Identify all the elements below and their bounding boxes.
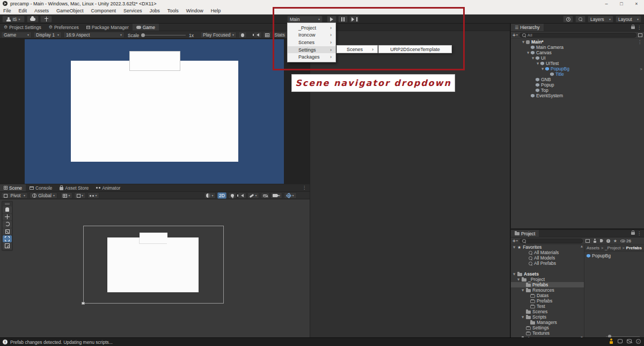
add-asset-button[interactable]: +▾: [513, 238, 518, 244]
gizmos-dropdown[interactable]: ▾: [284, 192, 297, 199]
kebab-menu-icon[interactable]: ⋮: [638, 40, 642, 45]
cache-server-disabled-icon[interactable]: [627, 339, 632, 343]
effects-dropdown[interactable]: ▾: [247, 192, 259, 199]
breadcrumb-prefabs[interactable]: Prefabs: [626, 246, 642, 250]
measure-dropdown[interactable]: ▾: [87, 192, 99, 199]
move-tool[interactable]: [3, 214, 12, 221]
scene-picker-dropdown[interactable]: Main ▾: [287, 16, 323, 23]
tab-preferences[interactable]: ⚙ Preferences: [45, 24, 83, 31]
vsync-button[interactable]: [263, 32, 272, 38]
tree-row[interactable]: ▼ Main* ⋮: [511, 39, 644, 45]
tab-console[interactable]: Console: [26, 184, 56, 191]
project-search-field[interactable]: [519, 239, 583, 243]
fold-arrow-icon[interactable]: ▼: [537, 62, 540, 65]
project-search-input[interactable]: [528, 239, 580, 243]
transform-tool[interactable]: [3, 243, 12, 250]
prefab-open-chevron[interactable]: >: [640, 67, 642, 71]
favorites-header[interactable]: ▼ ★ Favorites: [511, 244, 584, 250]
tree-row[interactable]: Popup: [511, 82, 644, 88]
menu-services[interactable]: Services: [123, 8, 142, 13]
tab-animator[interactable]: Animator: [92, 184, 124, 191]
submenu-item-urp2dscenetemplate[interactable]: URP2DSceneTemplate: [378, 45, 452, 53]
breadcrumb-project[interactable]: _Project: [605, 246, 620, 250]
menu-help[interactable]: Help: [211, 8, 221, 13]
display-dropdown[interactable]: Display 1▾: [33, 32, 62, 38]
canvas-corner-handle[interactable]: [82, 302, 85, 305]
kebab-menu-icon[interactable]: ⋮: [302, 185, 306, 190]
scale-slider[interactable]: [142, 35, 186, 35]
camera-settings-dropdown[interactable]: ▾: [270, 192, 282, 199]
2d-toggle-button[interactable]: 2D: [217, 192, 226, 199]
rotate-tool[interactable]: [3, 221, 12, 228]
fold-arrow-icon[interactable]: ▼: [522, 40, 526, 44]
tab-project-settings[interactable]: ⚙ Project Settings: [0, 24, 45, 31]
folder-row[interactable]: Managers: [511, 320, 584, 325]
menu-tools[interactable]: Tools: [167, 8, 179, 13]
activity-check-icon[interactable]: ✓: [636, 339, 641, 344]
folder-row[interactable]: ▼ Assets: [511, 271, 584, 277]
search-window-icon[interactable]: [586, 239, 590, 243]
add-object-button[interactable]: +▾: [513, 32, 518, 38]
game-target-dropdown[interactable]: Game▾: [1, 32, 32, 38]
collab-progress-icon[interactable]: [609, 338, 613, 344]
fold-arrow-icon[interactable]: ▼: [513, 272, 517, 276]
tab-hierarchy[interactable]: ☰ Hierarchy: [511, 24, 544, 31]
scroll-up-icon[interactable]: ▲: [581, 244, 583, 248]
hierarchy-search-field[interactable]: [519, 33, 636, 38]
pause-button[interactable]: [338, 16, 348, 23]
menu-gameobject[interactable]: GameObject: [56, 8, 84, 13]
hierarchy-search-input[interactable]: [528, 33, 634, 38]
lock-icon[interactable]: [631, 232, 635, 235]
menu-item-settings[interactable]: Settings ›: [288, 46, 335, 54]
tab-package-manager[interactable]: Package Manager: [83, 24, 133, 31]
play-focused-dropdown[interactable]: Play Focused▾: [200, 32, 237, 38]
asset-zoom-slider[interactable]: [606, 336, 640, 337]
orientation-dropdown[interactable]: Global ▾: [30, 192, 57, 199]
close-button[interactable]: ×: [629, 0, 644, 7]
grid-snap-dropdown[interactable]: ▾: [61, 192, 72, 199]
shading-mode-dropdown[interactable]: ▾: [204, 192, 216, 199]
menu-jobs[interactable]: Jobs: [150, 8, 160, 13]
tab-scene[interactable]: Scene: [0, 184, 26, 191]
tree-row-prefab[interactable]: ▼ PopupBg >: [511, 66, 644, 71]
tab-asset-store[interactable]: Asset Store: [56, 184, 92, 191]
undo-history-button[interactable]: [563, 16, 573, 23]
audio-toggle-button[interactable]: [238, 192, 246, 199]
kebab-menu-icon[interactable]: ⋮: [637, 231, 641, 236]
fold-arrow-icon[interactable]: ▼: [541, 67, 545, 70]
debug-button[interactable]: [238, 32, 247, 38]
menu-assets[interactable]: Assets: [34, 8, 49, 13]
fold-arrow-icon[interactable]: ▼: [522, 315, 526, 319]
tab-project[interactable]: Project: [511, 230, 539, 237]
favorite-item[interactable]: All Materials: [511, 250, 584, 255]
tree-row[interactable]: Top: [511, 88, 644, 93]
tool-overlay-grip[interactable]: [3, 202, 12, 206]
folder-row[interactable]: Prefabs: [511, 298, 584, 304]
scene-popup-title-rect[interactable]: [140, 233, 167, 243]
layout-dropdown[interactable]: Layout ▾: [616, 16, 641, 23]
fold-arrow-icon[interactable]: ▼: [532, 56, 536, 60]
menu-item-packages[interactable]: Packages ›: [288, 53, 335, 61]
folder-row[interactable]: Textures: [511, 330, 584, 336]
folder-row-selected[interactable]: Prefabs: [511, 282, 584, 287]
hidden-objects-button[interactable]: [261, 192, 269, 199]
lock-icon[interactable]: [631, 26, 635, 29]
step-button[interactable]: [349, 16, 359, 23]
fold-arrow-icon[interactable]: ▼: [513, 246, 517, 249]
folder-row[interactable]: ▼ Scripts: [511, 314, 584, 320]
search-window-icon[interactable]: [638, 33, 642, 37]
folder-row[interactable]: ▼ Resources: [511, 287, 584, 293]
scale-slider-knob[interactable]: [141, 33, 145, 37]
fold-arrow-icon[interactable]: ▼: [517, 278, 522, 281]
version-control-button[interactable]: [40, 16, 52, 23]
favorite-item[interactable]: All Models: [511, 255, 584, 261]
folder-row[interactable]: Datas: [511, 293, 584, 298]
aspect-ratio-dropdown[interactable]: 16:9 Aspect▾: [63, 32, 125, 38]
cache-server-icon[interactable]: [618, 339, 623, 343]
tree-row[interactable]: EventSystem: [511, 93, 644, 98]
kebab-menu-icon[interactable]: ⋮: [637, 25, 641, 30]
folder-row[interactable]: Settings: [511, 325, 584, 330]
fold-arrow-icon[interactable]: ▼: [522, 289, 526, 292]
menu-component[interactable]: Component: [91, 8, 116, 13]
label-icon[interactable]: [600, 239, 603, 242]
